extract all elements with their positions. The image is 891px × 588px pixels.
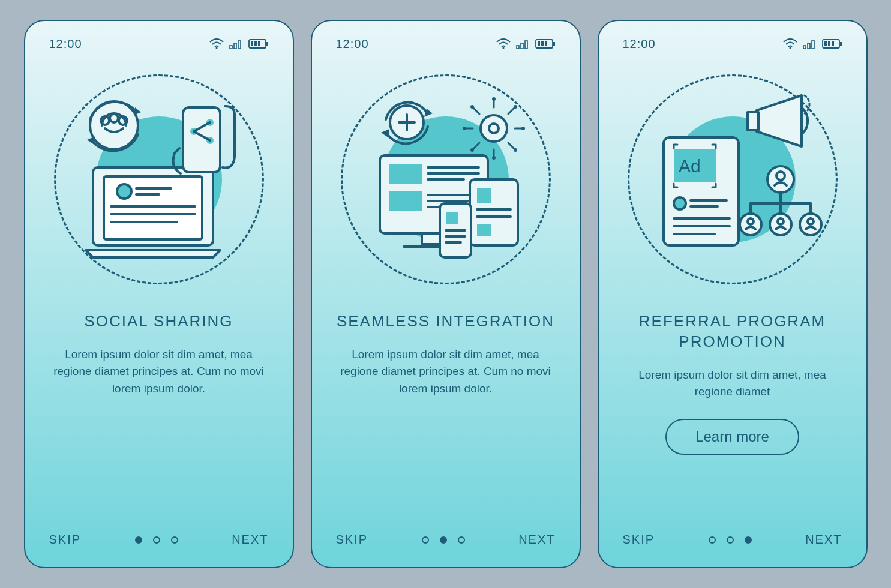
svg-point-76 (463, 127, 466, 130)
svg-point-77 (521, 127, 525, 130)
status-bar: 12:00 (336, 35, 556, 52)
next-button[interactable]: NEXT (518, 533, 555, 547)
svg-rect-90 (832, 41, 834, 46)
svg-point-80 (514, 105, 517, 109)
svg-line-71 (508, 143, 514, 149)
screen-title: Seamless integration (336, 311, 556, 332)
svg-text:Ad: Ad (679, 156, 701, 176)
svg-rect-5 (266, 42, 268, 46)
svg-rect-30 (517, 46, 519, 49)
dot-3[interactable] (745, 536, 752, 544)
svg-rect-85 (812, 41, 814, 49)
wifi-icon (496, 38, 511, 49)
signal-icon (229, 38, 244, 49)
dot-2[interactable] (440, 536, 447, 544)
svg-rect-7 (254, 41, 257, 46)
illustration-seamless-integration (336, 59, 556, 299)
svg-point-0 (215, 47, 217, 49)
battery-icon (535, 38, 556, 49)
dot-2[interactable] (727, 536, 734, 544)
skip-button[interactable]: SKIP (49, 533, 82, 547)
svg-rect-55 (446, 212, 458, 224)
svg-rect-32 (525, 41, 527, 49)
svg-rect-35 (538, 41, 540, 46)
svg-marker-21 (134, 107, 141, 115)
svg-rect-84 (808, 43, 810, 49)
screen-body: Lorem ipsum dolor sit dim amet, mea regi… (336, 346, 556, 398)
screen-footer: SKIP NEXT (623, 533, 842, 547)
status-icons (496, 38, 556, 49)
illustration-social-sharing (49, 59, 269, 299)
wifi-icon (209, 38, 224, 49)
svg-rect-31 (521, 43, 523, 49)
dot-3[interactable] (171, 536, 178, 544)
svg-marker-22 (87, 136, 95, 145)
battery-icon (248, 38, 269, 49)
page-indicator (422, 536, 465, 544)
status-bar: 12:00 (623, 35, 842, 52)
page-indicator (135, 536, 178, 544)
svg-point-81 (470, 148, 474, 152)
status-icons (782, 38, 842, 49)
skip-button[interactable]: SKIP (623, 533, 655, 547)
screen-title: Social sharing (49, 311, 269, 332)
svg-line-72 (508, 108, 514, 114)
status-icons (209, 38, 269, 49)
svg-rect-43 (389, 191, 422, 211)
illustration-referral-promotion: Ad (623, 59, 842, 299)
onboarding-screen-2: 12:00 (311, 20, 581, 568)
signal-icon (516, 38, 530, 49)
next-button[interactable]: NEXT (805, 533, 842, 547)
screen-footer: SKIP NEXT (336, 533, 556, 547)
svg-rect-8 (258, 41, 260, 46)
onboarding-screen-1: 12:00 (24, 20, 294, 568)
page-indicator (709, 536, 752, 544)
dot-1[interactable] (422, 536, 429, 544)
screen-title: Referral program promotion (623, 311, 842, 352)
svg-point-11 (117, 184, 131, 199)
signal-icon (803, 38, 817, 49)
svg-rect-34 (553, 42, 555, 46)
svg-rect-37 (545, 41, 547, 46)
svg-point-74 (492, 97, 496, 101)
svg-rect-6 (251, 41, 253, 46)
dot-3[interactable] (458, 536, 465, 544)
onboarding-screen-3: 12:00 Ad (598, 20, 868, 568)
learn-more-button[interactable]: Learn more (665, 419, 799, 455)
svg-rect-23 (183, 107, 220, 172)
svg-point-29 (502, 47, 504, 49)
svg-point-82 (789, 47, 791, 49)
status-bar: 12:00 (49, 35, 269, 52)
svg-point-64 (481, 115, 507, 142)
skip-button[interactable]: SKIP (336, 533, 368, 547)
svg-rect-50 (477, 188, 491, 203)
svg-rect-88 (824, 41, 827, 46)
svg-rect-83 (803, 46, 806, 49)
svg-rect-36 (541, 41, 544, 46)
battery-icon (822, 38, 842, 49)
svg-rect-2 (234, 43, 236, 49)
svg-rect-39 (389, 164, 422, 184)
svg-point-78 (470, 105, 474, 109)
svg-point-94 (674, 197, 686, 209)
svg-rect-100 (748, 112, 758, 130)
svg-line-73 (473, 143, 479, 149)
svg-rect-87 (840, 42, 842, 46)
svg-marker-63 (381, 129, 389, 137)
wifi-icon (782, 38, 798, 49)
status-time: 12:00 (623, 37, 656, 51)
dot-2[interactable] (153, 536, 160, 544)
screen-body: Lorem ipsum dolor sit dim amet, mea regi… (49, 346, 269, 398)
svg-rect-89 (828, 41, 830, 46)
next-button[interactable]: NEXT (232, 533, 268, 547)
svg-point-79 (514, 148, 517, 152)
svg-rect-3 (238, 41, 241, 49)
svg-point-75 (492, 156, 496, 160)
svg-line-70 (473, 108, 479, 114)
svg-rect-53 (477, 224, 491, 236)
dot-1[interactable] (135, 536, 142, 544)
screen-footer: SKIP NEXT (49, 533, 269, 547)
dot-1[interactable] (709, 536, 716, 544)
screen-body: Lorem ipsum dolor sit dim amet, mea regi… (623, 367, 842, 401)
status-time: 12:00 (336, 37, 369, 51)
